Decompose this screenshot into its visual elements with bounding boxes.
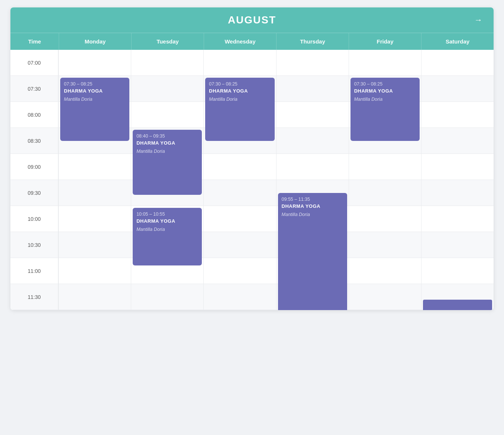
class-block[interactable]: 10:05 – 10:55 DHARMA YOGA Mantilla Doria — [133, 208, 202, 265]
class-name: DHARMA YOGA — [354, 88, 416, 94]
class-time: 10:05 – 10:55 — [136, 212, 198, 217]
time-slot: 07:30 — [10, 76, 58, 102]
time-slot: 08:30 — [10, 128, 58, 154]
time-slot: 10:30 — [10, 232, 58, 258]
next-arrow[interactable]: → — [474, 15, 482, 25]
calendar-header: AUGUST → — [10, 7, 494, 33]
class-block[interactable]: 07:30 – 08:25 DHARMA YOGA Mantilla Doria — [205, 78, 274, 141]
class-instructor: Mantilla Doria — [209, 97, 271, 102]
calendar-container: AUGUST → Time Monday Tuesday Wednesday T… — [10, 7, 494, 310]
class-block[interactable] — [423, 300, 492, 310]
class-name: DHARMA YOGA — [282, 203, 343, 209]
col-header-wednesday: Wednesday — [204, 33, 276, 50]
friday-column: 07:30 – 08:25 DHARMA YOGA Mantilla Doria — [349, 50, 421, 310]
time-slot: 09:30 — [10, 180, 58, 206]
class-name: DHARMA YOGA — [209, 88, 271, 94]
class-block[interactable]: 08:40 – 09:35 DHARMA YOGA Mantilla Doria — [133, 130, 202, 195]
time-slot: 11:30 — [10, 284, 58, 310]
time-column: 07:00 07:30 08:00 08:30 09:00 09:30 10:0… — [10, 50, 59, 310]
class-time: 09:55 – 11:35 — [282, 197, 343, 202]
class-instructor: Mantilla Doria — [136, 227, 198, 232]
class-block[interactable]: 07:30 – 08:25 DHARMA YOGA Mantilla Doria — [350, 78, 420, 141]
calendar-body: 07:00 07:30 08:00 08:30 09:00 09:30 10:0… — [10, 50, 494, 310]
col-header-saturday: Saturday — [421, 33, 494, 50]
saturday-column — [421, 50, 494, 310]
time-slot: 11:00 — [10, 258, 58, 284]
column-headers: Time Monday Tuesday Wednesday Thursday F… — [10, 33, 494, 50]
class-time: 08:40 – 09:35 — [136, 133, 198, 139]
time-slot: 07:00 — [10, 50, 58, 76]
col-header-thursday: Thursday — [276, 33, 349, 50]
col-header-time: Time — [10, 33, 59, 50]
month-title: AUGUST — [228, 14, 276, 26]
class-time: 07:30 – 08:25 — [354, 81, 416, 87]
wednesday-column: 07:30 – 08:25 DHARMA YOGA Mantilla Doria — [204, 50, 276, 310]
class-instructor: Mantilla Doria — [136, 149, 198, 154]
class-instructor: Mantilla Doria — [354, 97, 416, 102]
class-instructor: Mantilla Doria — [64, 97, 126, 102]
time-slot: 09:00 — [10, 154, 58, 180]
class-time: 07:30 – 08:25 — [209, 81, 271, 87]
class-block[interactable]: 09:55 – 11:35 DHARMA YOGA Mantilla Doria — [278, 193, 347, 310]
class-time: 07:30 – 08:25 — [64, 81, 126, 87]
days-container: 07:30 – 08:25 DHARMA YOGA Mantilla Doria — [59, 50, 494, 310]
monday-column: 07:30 – 08:25 DHARMA YOGA Mantilla Doria — [59, 50, 131, 310]
time-slot: 10:00 — [10, 206, 58, 232]
col-header-tuesday: Tuesday — [131, 33, 204, 50]
class-name: DHARMA YOGA — [136, 140, 198, 146]
class-name: DHARMA YOGA — [64, 88, 126, 94]
tuesday-column: 08:40 – 09:35 DHARMA YOGA Mantilla Doria… — [131, 50, 204, 310]
class-block[interactable]: 07:30 – 08:25 DHARMA YOGA Mantilla Doria — [60, 78, 129, 141]
class-instructor: Mantilla Doria — [282, 212, 343, 217]
col-header-monday: Monday — [59, 33, 131, 50]
class-name: DHARMA YOGA — [136, 218, 198, 224]
time-slot: 08:00 — [10, 102, 58, 128]
col-header-friday: Friday — [349, 33, 421, 50]
thursday-column: 09:55 – 11:35 DHARMA YOGA Mantilla Doria — [277, 50, 349, 310]
